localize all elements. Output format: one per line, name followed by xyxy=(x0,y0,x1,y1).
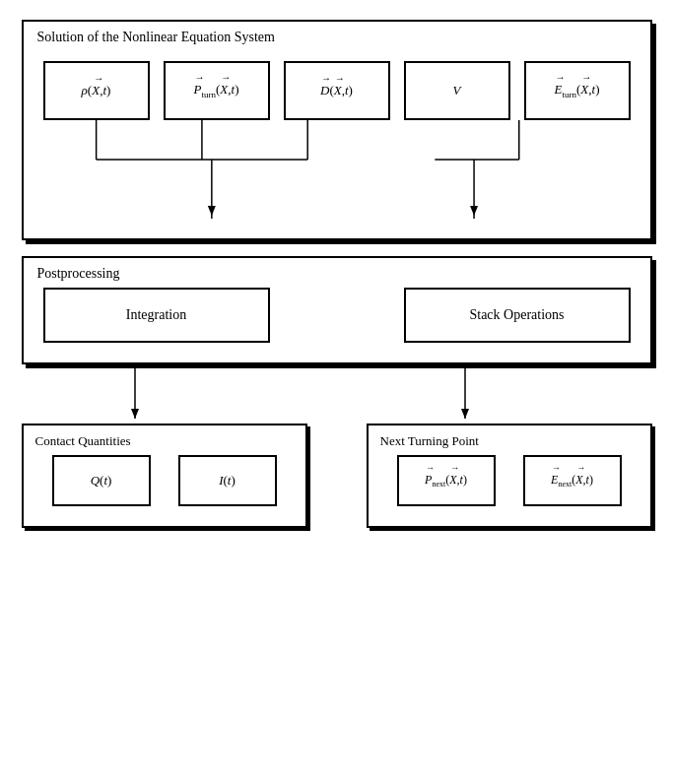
inner-label-pnext: →Pnext(→X,t) xyxy=(425,473,467,489)
output-box-contact: Contact Quantities Q(t) I(t) xyxy=(22,424,307,528)
inner-box-qt: Q(t) xyxy=(52,455,151,506)
inner-label-enext: →Enext(→X,t) xyxy=(551,473,593,489)
inner-label-it: I(t) xyxy=(219,473,236,489)
input-box-d: →D(→X,t) xyxy=(284,61,390,120)
inner-box-pnext: →Pnext(→X,t) xyxy=(397,455,496,506)
mid-connectors xyxy=(22,364,652,424)
operation-box-integration: Integration xyxy=(43,288,270,343)
operation-label-integration: Integration xyxy=(126,307,186,323)
svg-marker-13 xyxy=(461,409,469,419)
input-connectors xyxy=(43,120,631,219)
output-title-contact: Contact Quantities xyxy=(35,433,131,449)
svg-marker-11 xyxy=(131,409,139,419)
operation-label-stack: Stack Operations xyxy=(469,307,564,323)
output-title-next: Next Turning Point xyxy=(380,433,479,449)
inputs-row: ρ(→X,t) →Pturn(→X,t) →D(→X,t) V xyxy=(43,61,631,120)
outputs-row: Contact Quantities Q(t) I(t) Next Turnin… xyxy=(22,424,652,528)
contact-inner-row: Q(t) I(t) xyxy=(38,455,291,506)
svg-marker-9 xyxy=(470,206,478,216)
next-inner-row: →Pnext(→X,t) →Enext(→X,t) xyxy=(383,455,636,506)
inner-label-qt: Q(t) xyxy=(91,473,112,489)
solution-box: Solution of the Nonlinear Equation Syste… xyxy=(22,20,652,240)
svg-marker-8 xyxy=(207,206,215,216)
input-label-d: →D(→X,t) xyxy=(320,83,353,98)
solution-title: Solution of the Nonlinear Equation Syste… xyxy=(37,30,275,45)
input-box-pturn: →Pturn(→X,t) xyxy=(164,61,270,120)
operations-row: Integration Stack Operations xyxy=(43,288,631,343)
input-box-eturn: →Eturn(→X,t) xyxy=(524,61,631,120)
inner-box-it: I(t) xyxy=(178,455,277,506)
input-box-rho: ρ(→X,t) xyxy=(43,61,150,120)
postprocessing-title: Postprocessing xyxy=(37,266,120,282)
input-label-v: V xyxy=(453,83,461,98)
input-label-rho: ρ(→X,t) xyxy=(82,83,111,98)
output-box-next: Next Turning Point →Pnext(→X,t) →Enext(→… xyxy=(367,424,652,528)
postprocessing-box: Postprocessing Integration Stack Operati… xyxy=(22,256,652,364)
input-box-v: V xyxy=(404,61,510,120)
operation-box-stack: Stack Operations xyxy=(404,288,631,343)
inner-box-enext: →Enext(→X,t) xyxy=(523,455,622,506)
input-label-pturn: →Pturn(→X,t) xyxy=(194,82,239,99)
diagram: Solution of the Nonlinear Equation Syste… xyxy=(22,20,652,528)
input-label-eturn: →Eturn(→X,t) xyxy=(555,82,600,99)
